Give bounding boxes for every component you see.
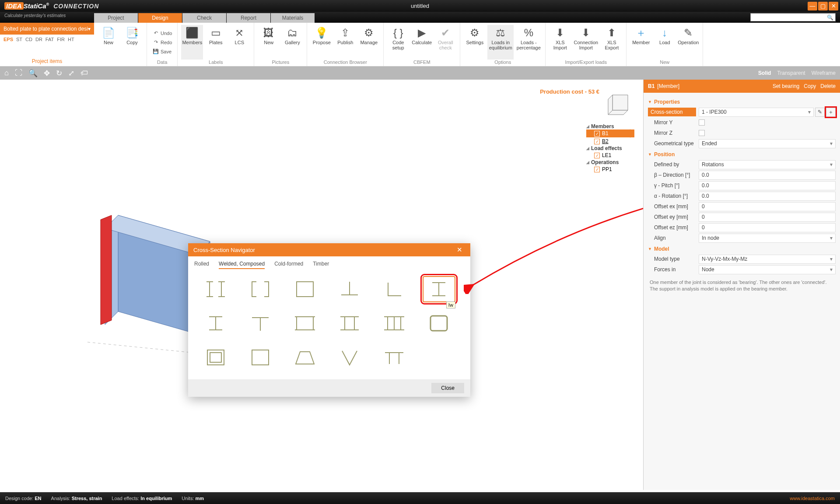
val-offset-ex[interactable]: 0: [699, 202, 836, 211]
connection-import-button[interactable]: ⬇Connection Import: [573, 25, 599, 60]
loads-percentage-button[interactable]: %Loads - percentage: [515, 25, 542, 60]
zoom-icon[interactable]: 🔍: [28, 69, 38, 78]
tree-item-b1[interactable]: ✓B1: [586, 130, 634, 137]
tab-materials[interactable]: Materials: [271, 13, 315, 23]
new-member-button[interactable]: ＋Member: [630, 25, 652, 60]
redo-button[interactable]: ↷Redo: [150, 38, 174, 47]
tree-item-le1[interactable]: ✓LE1: [586, 151, 634, 159]
new-button[interactable]: 📄New: [98, 25, 119, 60]
gallery-button[interactable]: 🗂Gallery: [281, 25, 303, 60]
tab-project[interactable]: Project: [94, 13, 138, 23]
view-solid[interactable]: Solid: [758, 70, 771, 76]
copy-button[interactable]: 📑Copy: [121, 25, 143, 60]
shape-box2[interactable]: [288, 310, 321, 336]
section-position[interactable]: Position: [648, 151, 836, 158]
overall-check-button[interactable]: ✔Overall check: [434, 25, 456, 60]
tree-item-b2[interactable]: ✓B2: [586, 137, 634, 145]
edit-cs-button[interactable]: ✎: [815, 108, 825, 117]
loads-equilibrium-button[interactable]: ⚖Loads in equilibrium: [487, 25, 514, 60]
val-forces-in[interactable]: Node: [699, 265, 836, 274]
code-eps[interactable]: EPS: [3, 36, 14, 42]
new-load-button[interactable]: ↓Load: [654, 25, 676, 60]
plates-button[interactable]: ▭Plates: [205, 25, 227, 60]
zoom-window-icon[interactable]: ⛶: [15, 69, 22, 77]
tree-operations[interactable]: Operations: [586, 159, 634, 165]
tab-check[interactable]: Check: [182, 13, 226, 23]
undo-button[interactable]: ↶Undo: [150, 29, 174, 38]
lcs-button[interactable]: ⤧LCS: [228, 25, 250, 60]
dlg-tab-rolled[interactable]: Rolled: [194, 261, 209, 269]
shape-iw[interactable]: Iw: [423, 276, 455, 302]
shape-2i[interactable]: [199, 276, 232, 302]
val-beta[interactable]: 0.0: [699, 171, 836, 180]
home-icon[interactable]: ⌂: [4, 69, 9, 77]
shape-2i-wide[interactable]: [333, 310, 366, 336]
dialog-close-icon[interactable]: ✕: [454, 246, 465, 254]
shape-hollow2[interactable]: [244, 344, 276, 371]
val-offset-ez[interactable]: 0: [699, 223, 836, 232]
shape-t-up[interactable]: [333, 276, 366, 302]
add-cs-button[interactable]: ＋: [826, 108, 836, 117]
settings-button[interactable]: ⚙Settings: [464, 25, 486, 60]
dialog-close-button[interactable]: Close: [431, 383, 464, 393]
shape-tube[interactable]: [423, 310, 455, 336]
tag-icon[interactable]: 🏷: [80, 69, 88, 77]
set-bearing-button[interactable]: Set bearing: [773, 83, 799, 89]
pic-new-button[interactable]: 🖼New: [258, 25, 280, 60]
shape-v[interactable]: [333, 344, 366, 371]
tree-item-pp1[interactable]: ✓PP1: [586, 165, 634, 173]
val-align[interactable]: In node: [699, 234, 836, 243]
tab-report[interactable]: Report: [227, 13, 270, 23]
shape-trapezoid[interactable]: [288, 344, 321, 371]
chk-mirror-y[interactable]: [699, 119, 705, 126]
tree-load-effects[interactable]: Load effects: [586, 145, 634, 151]
3d-viewport[interactable]: Production cost - 53 € Members ✓B1 ✓B2 L…: [0, 80, 643, 490]
propose-button[interactable]: 💡Propose: [311, 25, 332, 60]
val-geo-type[interactable]: Ended: [699, 139, 836, 148]
val-cross-section[interactable]: 1 - IPE300: [699, 108, 814, 117]
code-st[interactable]: ST: [15, 36, 23, 42]
rotate-icon[interactable]: ↻: [56, 69, 62, 78]
val-gamma[interactable]: 0.0: [699, 181, 836, 190]
shape-pi[interactable]: [378, 344, 411, 371]
rp-copy-button[interactable]: Copy: [804, 83, 816, 89]
val-offset-ey[interactable]: 0: [699, 213, 836, 222]
code-fat[interactable]: FAT: [45, 36, 55, 42]
dlg-tab-timber[interactable]: Timber: [313, 261, 329, 269]
dlg-tab-welded[interactable]: Welded, Composed: [219, 261, 265, 269]
val-defined-by[interactable]: Rotations: [699, 160, 836, 169]
shape-3i[interactable]: [378, 310, 411, 336]
maximize-button[interactable]: ▢: [818, 2, 828, 10]
shape-l[interactable]: [378, 276, 411, 302]
xls-import-button[interactable]: ⬇XLS Import: [549, 25, 571, 60]
val-model-type[interactable]: N-Vy-Vz-Mx-My-Mz: [699, 255, 836, 264]
code-cd[interactable]: CD: [24, 36, 33, 42]
project-item-combo[interactable]: Bolted plate to plate connection desi▾: [0, 23, 94, 35]
close-button[interactable]: ✕: [829, 2, 838, 10]
shape-2c[interactable]: [244, 276, 276, 302]
code-ht[interactable]: HT: [67, 36, 75, 42]
code-fir[interactable]: FIR: [56, 36, 66, 42]
shape-i[interactable]: [199, 310, 232, 336]
website-link[interactable]: www.ideastatica.com: [790, 496, 835, 501]
code-setup-button[interactable]: { }Code setup: [387, 25, 409, 60]
xls-export-button[interactable]: ⬆XLS Export: [601, 25, 623, 60]
save-button[interactable]: 💾Save: [150, 47, 174, 56]
chk-mirror-z[interactable]: [699, 130, 705, 136]
expand-icon[interactable]: ⤢: [68, 69, 74, 78]
pan-icon[interactable]: ✥: [44, 69, 50, 78]
view-wireframe[interactable]: Wireframe: [812, 70, 836, 76]
shape-t[interactable]: [244, 310, 276, 336]
new-operation-button[interactable]: ✎Operation: [677, 25, 699, 60]
rp-delete-button[interactable]: Delete: [820, 83, 836, 89]
search-input[interactable]: 🔍: [750, 13, 836, 21]
manage-button[interactable]: ⚙Manage: [358, 25, 380, 60]
publish-button[interactable]: ⇪Publish: [334, 25, 356, 60]
shape-box[interactable]: [288, 276, 321, 302]
tab-design[interactable]: Design: [138, 13, 182, 23]
calculate-button[interactable]: ▶Calculate: [411, 25, 433, 60]
view-transparent[interactable]: Transparent: [777, 70, 805, 76]
section-model[interactable]: Model: [648, 246, 836, 252]
dlg-tab-cold[interactable]: Cold-formed: [274, 261, 303, 269]
minimize-button[interactable]: —: [808, 2, 817, 10]
